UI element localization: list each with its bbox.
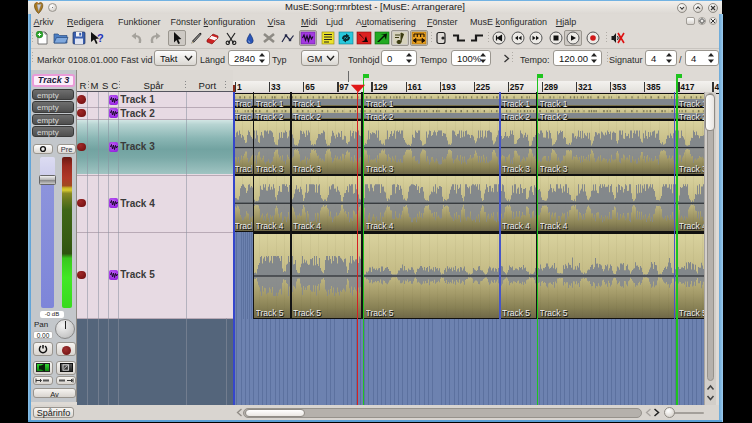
svg-text:?: ? (97, 32, 104, 44)
